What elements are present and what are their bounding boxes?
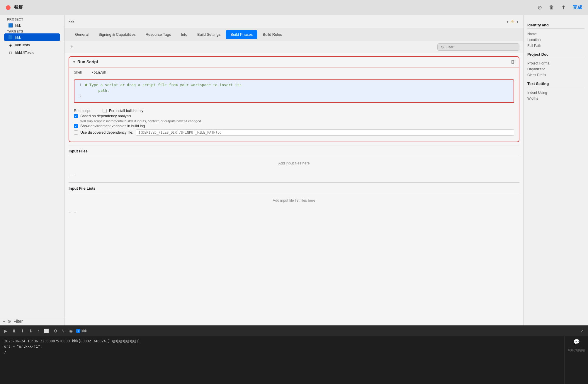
back-icon[interactable]: ⊙	[538, 4, 542, 11]
phase-header[interactable]: ▼ Run Script 🗑	[69, 56, 519, 67]
dependency-option-row: Based on dependency analysis	[74, 114, 514, 118]
input-files-empty: Add input files here	[69, 156, 519, 171]
log-line-3: }	[4, 349, 560, 354]
env-vars-label: Show environment variables in build log	[80, 124, 145, 128]
for-install-label: For install builds only	[109, 109, 143, 113]
done-button[interactable]: 完成	[573, 4, 582, 11]
sidebar-bottom-bar: − ⊙ Filter	[0, 317, 64, 325]
tab-build-rules[interactable]: Build Rules	[258, 30, 287, 39]
debug-simulate-icon[interactable]: ◉	[68, 328, 74, 334]
debug-memory-icon[interactable]: ⚙	[52, 328, 59, 334]
sidebar: PROJECT 🟦 kkk TARGETS 🟦 kkk ◈ kkkTests □…	[0, 15, 64, 325]
phase-body: Shell /bin/sh 1 # Type a script or drag …	[69, 67, 519, 142]
line-num-2: 2	[77, 94, 81, 99]
add-phase-button[interactable]: +	[69, 44, 75, 50]
trash-icon[interactable]: 🗑	[549, 4, 554, 11]
dependency-label: Based on dependency analysis	[80, 114, 131, 118]
inspector-fullpath-row: Full Path	[527, 43, 584, 49]
dep-file-row: Use discovered dependency file:	[74, 129, 514, 136]
run-script-option-label: Run script:	[74, 109, 100, 113]
run-script-option-row: Run script: For install builds only	[74, 109, 514, 113]
shell-value: /bin/sh	[91, 70, 106, 74]
input-files-remove-btn[interactable]: −	[74, 172, 76, 178]
sidebar-item-kkk[interactable]: 🟦 kkk	[4, 33, 60, 41]
filter-input[interactable]	[446, 45, 516, 49]
script-line-2: 2	[77, 94, 511, 99]
filter-field[interactable]: ⊙	[437, 43, 519, 51]
nav-back-arrow[interactable]: ‹	[506, 19, 509, 25]
editor-toolbar: + ⊙	[64, 41, 524, 53]
sidebar-item-kkk-label: kkk	[15, 35, 21, 40]
options-area: Run script: For install builds only Base…	[74, 106, 514, 139]
phase-delete-icon[interactable]: 🗑	[511, 59, 515, 64]
inspector-fullpath-label: Full Path	[527, 44, 541, 48]
tab-build-settings[interactable]: Build Settings	[193, 30, 225, 39]
target-uitest-icon: □	[8, 50, 13, 55]
titlebar-right: ⊙ 🗑 ⬆ 完成	[538, 4, 582, 11]
debug-bar: ▶ ⏸ ⬆ ⬇ ↑ ⬜ ⚙ ⑂ ◉ k kkk ⤢ 2023-06-24 10:…	[0, 325, 588, 384]
text-settings-section-title: Text Setting	[527, 81, 584, 87]
input-file-lists-header: Input File Lists	[69, 185, 519, 193]
line-num-1: 1	[77, 82, 81, 88]
sidebar-item-kkkuitests[interactable]: □ kkkUITests	[4, 49, 60, 56]
log-line-2: url = "urlkkk-f1";	[4, 344, 560, 349]
debug-frame-icon[interactable]: ⬜	[43, 328, 50, 334]
project-section-label: PROJECT	[3, 15, 27, 22]
env-vars-option-row: Show environment variables in build log	[74, 124, 514, 128]
debug-target-icon: k	[76, 329, 80, 333]
line-content-1b: path.	[85, 88, 109, 94]
debug-expand-icon[interactable]: ⤢	[579, 328, 585, 334]
shell-row: Shell /bin/sh	[74, 70, 514, 77]
inspector-widths-row: Widths	[527, 96, 584, 101]
dep-file-input[interactable]	[136, 129, 514, 136]
debug-pause-icon[interactable]: ⏸	[11, 328, 17, 334]
line-num-1b	[77, 88, 81, 94]
debug-step-over-icon[interactable]: ⬆	[20, 328, 26, 334]
script-line-1: 1 # Type a script or drag a script file …	[77, 82, 511, 88]
env-vars-checkbox[interactable]	[74, 124, 78, 128]
target-app-icon: 🟦	[8, 35, 13, 40]
log-line-1-text: 2023-06-24 10:36:22.608875+0800 kkk[8080…	[4, 339, 139, 343]
filter-icon: ⊙	[441, 45, 444, 49]
tab-general[interactable]: General	[70, 30, 93, 39]
tab-signing[interactable]: Signing & Capabilities	[94, 30, 140, 39]
input-file-lists-add-btn[interactable]: +	[69, 210, 71, 215]
debug-step-in-icon[interactable]: ⬇	[28, 328, 34, 334]
inspector-organization-label: Organizatio	[527, 67, 545, 71]
debug-side-chat-icon[interactable]: 💬	[573, 339, 580, 345]
debug-log: 2023-06-24 10:36:22.608875+0800 kkk[8080…	[0, 336, 565, 384]
dependency-checkbox[interactable]	[74, 114, 78, 118]
input-files-add-btn[interactable]: +	[69, 172, 71, 178]
close-button[interactable]: ×	[6, 5, 11, 10]
debug-target-label: k kkk	[76, 329, 87, 333]
breadcrumb-text: kkk	[69, 19, 74, 24]
filter-icon[interactable]: ⊙	[8, 319, 11, 324]
inspector-panel: Identity and Name Location Full Path Pro…	[524, 15, 588, 325]
tab-resource-tags[interactable]: Resource Tags	[141, 30, 176, 39]
identity-section-title: Identity and	[527, 23, 584, 29]
debug-step-out-icon[interactable]: ↑	[36, 328, 40, 334]
inspector-indent-using-label: Indent Using	[527, 91, 547, 95]
dep-file-label: Use discovered dependency file:	[80, 130, 133, 135]
debug-run-icon[interactable]: ▶	[3, 328, 9, 334]
minus-icon[interactable]: −	[3, 319, 5, 324]
inspector-location-label: Location	[527, 38, 541, 42]
inspector-project-format-row: Project Forma	[527, 60, 584, 66]
inspector-class-prefix-label: Class Prefix	[527, 73, 546, 77]
inspector-name-row: Name	[527, 31, 584, 37]
tab-build-phases[interactable]: Build Phases	[226, 30, 257, 39]
share-icon[interactable]: ⬆	[561, 4, 566, 11]
sidebar-item-kkktests[interactable]: ◈ kkkTests	[4, 41, 60, 49]
debug-content: 2023-06-24 10:36:22.608875+0800 kkk[8080…	[0, 336, 588, 384]
for-install-checkbox[interactable]	[103, 109, 107, 113]
inspector-widths-label: Widths	[527, 96, 538, 101]
tab-info[interactable]: Info	[176, 30, 192, 39]
line-content-1: # Type a script or drag a script file fr…	[85, 82, 242, 88]
nav-forward-arrow[interactable]: ›	[516, 19, 519, 25]
debug-thread-icon[interactable]: ⑂	[61, 328, 66, 334]
titlebar: × 截屏 ⊙ 🗑 ⬆ 完成	[0, 0, 588, 15]
script-line-1b: path.	[77, 88, 511, 94]
dep-file-checkbox[interactable]	[74, 130, 78, 135]
input-file-lists-remove-btn[interactable]: −	[74, 210, 76, 215]
script-editor[interactable]: 1 # Type a script or drag a script file …	[74, 79, 514, 103]
